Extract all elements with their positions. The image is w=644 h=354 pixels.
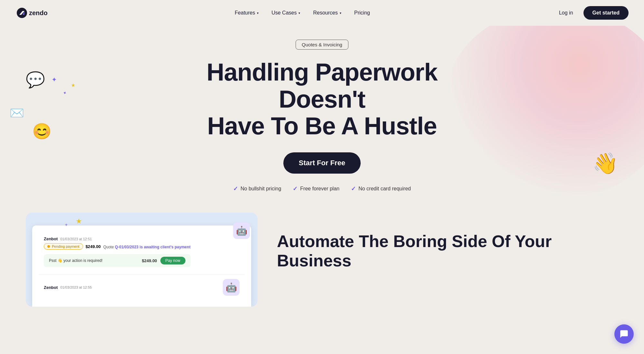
lower-title-line1: Automate The Boring Side Of Your [277, 232, 552, 251]
chat-bubble-icon: 💬 [26, 71, 45, 89]
app-row-2: Zenbot 01/03/2023 at 12:55 🤖 [39, 274, 245, 300]
nav-item-pricing[interactable]: Pricing [349, 7, 375, 18]
check-icon: ✓ [351, 185, 356, 192]
feature-no-bullshit: ✓ No bullshit pricing [233, 185, 281, 192]
nav-item-usecases[interactable]: Use Cases ▾ [266, 7, 305, 18]
quote-info: is awaiting client's payment [139, 245, 190, 249]
app-card-inner: Zenbot 01/03/2023 at 12:51 Pending payme… [32, 225, 251, 307]
chevron-down-icon: ▾ [257, 11, 259, 15]
navbar: zendo Features ▾ Use Cases ▾ Resources ▾… [0, 0, 644, 26]
lower-section: ★ ✦ Zenbot 01/03/2023 at 12:51 Pending p… [0, 213, 644, 326]
nav-links: Features ▾ Use Cases ▾ Resources ▾ Prici… [230, 7, 375, 18]
app-info: Quote Q-01/03/2023 is awaiting client's … [103, 245, 191, 249]
hero-section: 💬 ✉️ 😊 ✦ ★ ✦ 👋 Quotes & Invoicing Handli… [0, 26, 644, 213]
app-date-2: 01/03/2023 at 12:55 [60, 285, 92, 289]
badge-label: Pending payment [52, 244, 80, 248]
star-yellow-card-icon: ★ [76, 217, 82, 225]
nav-item-features[interactable]: Features ▾ [230, 7, 264, 18]
robot-icon-1: 🤖 [233, 222, 250, 239]
app-sender-1: Zenbot [44, 236, 58, 241]
star-purple-icon: ✦ [52, 76, 57, 83]
check-icon: ✓ [293, 185, 298, 192]
psst-amount: $249.00 [142, 258, 157, 263]
hero-content: Quotes & Invoicing Handling Paperwork Do… [177, 40, 467, 192]
app-row-left-1: Zenbot 01/03/2023 at 12:51 Pending payme… [44, 236, 191, 270]
robot-icon-2: 🤖 [223, 279, 240, 296]
app-row-1: Zenbot 01/03/2023 at 12:51 Pending payme… [39, 232, 245, 274]
svg-text:zendo: zendo [29, 9, 48, 16]
app-date-1: 01/03/2023 at 12:51 [60, 237, 92, 241]
star-yellow-icon: ★ [71, 82, 75, 88]
psst-row: Psst 👋 your action is required! $249.00 … [44, 254, 191, 267]
hero-title-line1: Handling Paperwork Doesn't [207, 58, 438, 113]
pay-now-button[interactable]: Pay now [160, 257, 185, 264]
feature-label-2: No credit card required [358, 186, 411, 192]
badge-dot [47, 245, 50, 248]
automate-title: Automate The Boring Side Of Your Busines… [277, 232, 618, 271]
wave-icon: 👋 [592, 151, 618, 176]
hero-title: Handling Paperwork Doesn't Have To Be A … [177, 59, 467, 139]
start-for-free-button[interactable]: Start For Free [283, 152, 361, 174]
email-icon: ✉️ [10, 106, 24, 120]
nav-usecases-label: Use Cases [271, 10, 297, 16]
feature-no-credit-card: ✓ No credit card required [351, 185, 411, 192]
app-amount: $249.00 [86, 244, 101, 249]
lower-text: Automate The Boring Side Of Your Busines… [277, 213, 618, 271]
chevron-down-icon: ▾ [340, 11, 341, 15]
feature-free-forever: ✓ Free forever plan [293, 185, 339, 192]
app-screenshot-card: ★ ✦ Zenbot 01/03/2023 at 12:51 Pending p… [26, 213, 258, 307]
quote-ref: Q-01/03/2023 [115, 245, 138, 249]
logo[interactable]: zendo [15, 6, 51, 19]
nav-pricing-label: Pricing [354, 10, 370, 16]
hero-badge: Quotes & Invoicing [296, 40, 348, 50]
chevron-down-icon: ▾ [298, 11, 300, 15]
psst-text: Psst 👋 your action is required! [49, 258, 102, 263]
lower-title-line2: Business [277, 251, 351, 270]
get-started-button[interactable]: Get started [583, 6, 629, 20]
robot-icon-container-1: 🤖 [233, 222, 250, 239]
nav-features-label: Features [235, 10, 255, 16]
app-sender-2: Zenbot [44, 285, 58, 290]
hero-title-line2: Have To Be A Hustle [207, 112, 437, 139]
hero-features: ✓ No bullshit pricing ✓ Free forever pla… [177, 185, 467, 192]
nav-item-resources[interactable]: Resources ▾ [308, 7, 346, 18]
login-link[interactable]: Log in [554, 7, 578, 18]
star-purple-card-icon: ✦ [64, 222, 68, 227]
chat-widget-button[interactable] [614, 324, 634, 344]
chat-icon [620, 330, 629, 339]
app-row-left-2: Zenbot 01/03/2023 at 12:55 [44, 285, 92, 290]
pending-payment-badge: Pending payment [44, 243, 83, 250]
nav-resources-label: Resources [313, 10, 337, 16]
nav-right: Log in Get started [554, 6, 629, 20]
check-icon: ✓ [233, 185, 238, 192]
feature-label-0: No bullshit pricing [241, 186, 281, 192]
smiley-icon: 😊 [32, 122, 52, 140]
feature-label-1: Free forever plan [300, 186, 339, 192]
star-purple-small-icon: ✦ [62, 90, 68, 96]
